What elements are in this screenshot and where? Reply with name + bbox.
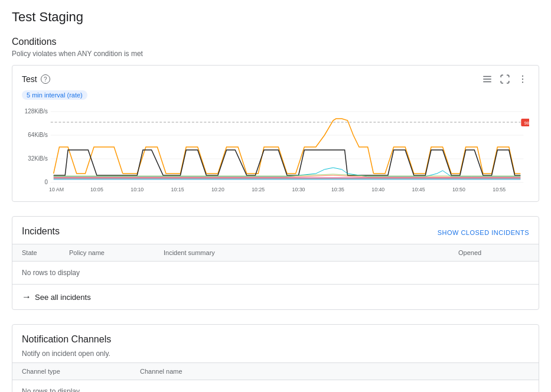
incidents-card: Incidents SHOW CLOSED INCIDENTS State Po… (12, 216, 539, 310)
notification-section: Notification Channels Notify on incident… (12, 324, 539, 392)
svg-point-5 (522, 81, 523, 83)
svg-point-3 (522, 76, 523, 77)
svg-text:10:30: 10:30 (292, 187, 305, 192)
svg-text:0: 0 (44, 179, 48, 185)
svg-text:10:55: 10:55 (493, 187, 506, 192)
incidents-col-policy: Policy name (69, 249, 164, 256)
svg-text:10:40: 10:40 (371, 187, 384, 192)
see-all-row: → See all incidents (12, 285, 539, 309)
incidents-section-title: Incidents (22, 226, 60, 237)
svg-text:98KiB/s: 98KiB/s (524, 120, 529, 126)
chart-svg: 128KiB/s 64KiB/s 32KiB/s 0 98KiB/s (22, 106, 529, 194)
svg-text:10:15: 10:15 (171, 187, 184, 192)
notif-table-header: Channel type Channel name (12, 363, 539, 380)
notif-col-type: Channel type (22, 368, 140, 375)
see-all-incidents-link[interactable]: → See all incidents (22, 292, 91, 302)
incidents-table-header: State Policy name Incident summary Opene… (12, 244, 539, 262)
help-icon[interactable]: ? (41, 74, 50, 84)
page-title: Test Staging (12, 9, 539, 25)
svg-text:10:20: 10:20 (211, 187, 224, 192)
notif-section-title: Notification Channels (22, 334, 529, 345)
expand-button[interactable] (498, 73, 511, 86)
notif-col-name: Channel name (140, 368, 529, 375)
svg-text:10 AM: 10 AM (49, 187, 64, 192)
svg-text:32KiB/s: 32KiB/s (28, 155, 48, 162)
notif-no-rows: No rows to display (12, 380, 539, 392)
svg-text:10:25: 10:25 (252, 187, 265, 192)
incidents-header: Incidents SHOW CLOSED INCIDENTS (12, 217, 539, 244)
incidents-no-rows: No rows to display (12, 262, 539, 285)
svg-text:128KiB/s: 128KiB/s (25, 108, 48, 115)
conditions-title: Conditions (12, 37, 539, 47)
chart-header: Test ? (22, 73, 529, 86)
more-button[interactable] (516, 73, 529, 86)
svg-text:10:10: 10:10 (131, 187, 144, 192)
legend-button[interactable] (481, 73, 494, 86)
conditions-section: Conditions Policy violates when ANY cond… (12, 37, 539, 202)
show-closed-incidents-link[interactable]: SHOW CLOSED INCIDENTS (438, 229, 529, 236)
incidents-col-state: State (22, 249, 69, 256)
page-container: Test Staging Conditions Policy violates … (0, 0, 551, 392)
chart-actions (481, 73, 529, 86)
arrow-icon: → (22, 292, 31, 302)
conditions-card: Test ? (12, 65, 539, 202)
notif-header: Notification Channels (12, 325, 539, 349)
incidents-col-summary: Incident summary (164, 249, 458, 256)
incidents-col-opened: Opened (458, 249, 529, 256)
chart-title-area: Test ? (22, 74, 50, 84)
chart-area: 128KiB/s 64KiB/s 32KiB/s 0 98KiB/s (22, 106, 529, 194)
svg-text:10:45: 10:45 (412, 187, 425, 192)
svg-text:10:05: 10:05 (90, 187, 103, 192)
svg-text:64KiB/s: 64KiB/s (28, 132, 48, 138)
svg-point-4 (522, 79, 523, 80)
chart-title: Test (22, 74, 37, 84)
notif-subtitle: Notify on incident open only. (12, 349, 539, 363)
interval-badge[interactable]: 5 min interval (rate) (22, 90, 87, 100)
svg-text:10:35: 10:35 (331, 187, 344, 192)
svg-text:10:50: 10:50 (452, 187, 465, 192)
see-all-label: See all incidents (35, 293, 91, 302)
incidents-section: Incidents SHOW CLOSED INCIDENTS State Po… (12, 216, 539, 310)
notification-card: Notification Channels Notify on incident… (12, 324, 539, 392)
conditions-subtitle: Policy violates when ANY condition is me… (12, 50, 539, 58)
